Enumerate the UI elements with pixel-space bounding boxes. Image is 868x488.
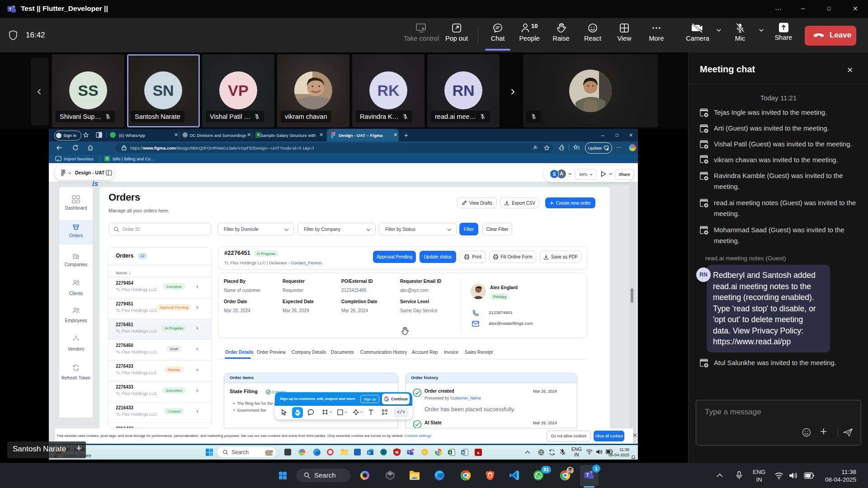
svg-text:M: M <box>395 450 399 455</box>
svg-text:W: W <box>462 450 465 455</box>
svg-text:A: A <box>477 451 480 455</box>
svg-text:10: 10 <box>531 23 538 29</box>
svg-text:T: T <box>586 473 589 478</box>
svg-text:T: T <box>9 6 12 11</box>
svg-text:O: O <box>368 451 371 454</box>
svg-text:T: T <box>408 450 410 454</box>
svg-text:X: X <box>449 450 451 455</box>
